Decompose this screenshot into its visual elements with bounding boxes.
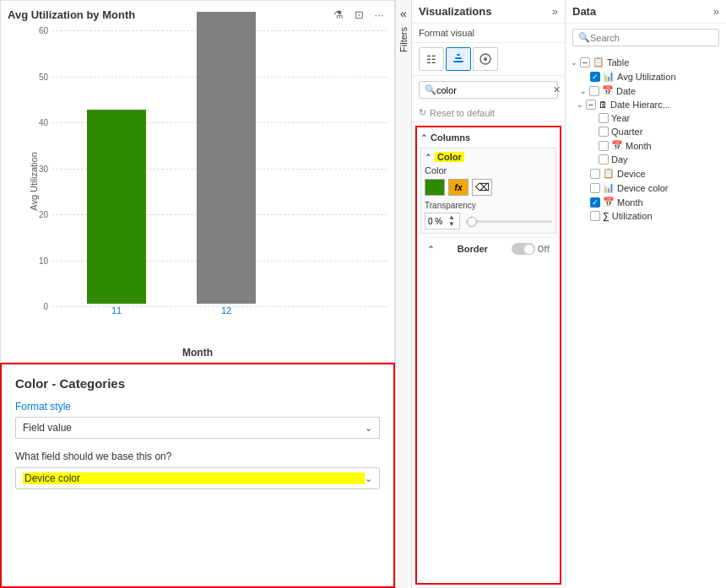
tree-label-device: Device [617,169,646,179]
border-label: Border [458,244,488,254]
toggle-thumb [524,245,534,254]
device-color-dropdown[interactable]: Device color ⌄ [15,467,380,489]
tree-checkbox-device[interactable] [590,169,600,179]
tree-label-table: Table [607,57,629,67]
format-style-dropdown[interactable]: Field value ⌄ [15,417,380,439]
columns-section: ⌃ Columns ⌃ Color Color fx ⌫ Trans [415,126,561,585]
data-expand-icon[interactable]: » [713,5,719,18]
tree-checkbox-month[interactable]: ✓ [590,197,600,208]
tree-label-date: Date [616,86,636,96]
tree-label-date-hierarchy: Date Hierarc... [610,100,670,110]
chart-title: Avg Utilization by Month [8,8,325,21]
svg-rect-2 [457,54,460,56]
color-subsection-label: Color [435,152,464,162]
border-section[interactable]: ⌃ Border Off [424,237,553,260]
tree-item-year[interactable]: Year [566,111,726,125]
color-categories-panel: Color - Categories Format style Field va… [0,363,395,588]
filters-panel: « Filters [395,0,412,588]
utilization-icon: ∑ [603,211,610,221]
toggle-track[interactable] [512,243,535,255]
data-title: Data [572,5,713,18]
tree-checkbox-table[interactable]: ‒ [580,57,590,67]
bar-gray[interactable] [197,12,256,304]
filters-label[interactable]: Filters [398,27,409,52]
clear-search-icon[interactable]: ✕ [553,84,561,95]
tree-item-date-hierarchy[interactable]: ⌄ ‒ 🗓 Date Hierarc... [566,98,726,111]
viz-analytics-icon-btn[interactable] [473,47,498,71]
color-subsection: ⌃ Color Color fx ⌫ Transparency [420,148,556,234]
more-icon[interactable]: ··· [371,6,387,23]
tree-item-month-hierarchy[interactable]: 📅 Month [566,138,726,153]
measure-icon: 📊 [603,71,615,82]
device-icon: 📋 [603,168,615,179]
tree-checkbox-year[interactable] [599,113,609,123]
tree-checkbox-date[interactable] [589,86,599,96]
color-swatch-row: fx ⌫ [425,179,552,196]
eraser-button[interactable]: ⌫ [472,179,492,196]
transparency-input[interactable] [428,217,448,226]
tree-checkbox-day[interactable] [599,154,609,165]
device-color-value: Device color [23,472,365,484]
tree-checkbox-device-color[interactable] [590,183,600,193]
viz-sub-header: Format visual [412,24,565,43]
tree-checkbox-avg-utilization[interactable]: ✓ [590,72,600,82]
viz-title: Visualizations [419,5,552,18]
transparency-slider[interactable] [465,220,552,223]
border-toggle-label: Off [538,245,550,254]
border-toggle[interactable]: Off [512,243,550,255]
viz-table-icon-btn[interactable]: ☷ [419,47,444,71]
svg-rect-1 [455,57,462,59]
columns-chevron-icon: ⌃ [420,133,427,143]
tree-checkbox-date-hierarchy[interactable]: ‒ [586,100,596,110]
tree-item-avg-utilization[interactable]: ✓ 📊 Avg Utilization [566,69,726,84]
viz-search-input[interactable] [436,85,553,95]
tree-checkbox-quarter[interactable] [599,127,609,137]
tree-item-device[interactable]: 📋 Device [566,166,726,181]
tree-chevron-table: ⌄ [571,58,577,67]
color-chevron-icon: ⌃ [425,153,431,162]
bar-green[interactable] [87,110,146,304]
tree-label-avg-utilization: Avg Utilization [617,72,676,82]
tree-label-quarter: Quarter [611,127,642,137]
tree-item-month[interactable]: ✓ 📅 Month [566,195,726,209]
bar-11[interactable]: 11 [87,110,146,316]
data-search-box: 🔍 [572,29,719,46]
format-style-label: Format style [15,401,380,413]
viz-format-icon-btn[interactable] [446,47,471,71]
tree-checkbox-utilization[interactable] [590,211,600,221]
data-tree: ⌄ ‒ 📋 Table ✓ 📊 Avg Utilization ⌄ [566,51,726,588]
field-based-label: What field should we base this on? [15,450,380,462]
transparency-label: Transparency [425,201,552,210]
tree-item-quarter[interactable]: Quarter [566,125,726,138]
data-header: Data » [566,0,726,24]
tree-item-device-color[interactable]: 📊 Device color [566,181,726,195]
bar-12[interactable]: 12 [197,12,256,316]
x-axis-label: Month [182,343,213,363]
reset-label: Reset to default [430,108,495,118]
filters-collapse-icon[interactable]: « [400,7,407,20]
tree-chevron-date-hierarchy: ⌄ [577,100,583,109]
reset-btn[interactable]: ↻ Reset to default [412,104,565,122]
tree-checkbox-month-hierarchy[interactable] [599,141,609,151]
transparency-down-icon[interactable]: ▼ [448,221,455,228]
tree-item-day[interactable]: Day [566,153,726,166]
columns-header[interactable]: ⌃ Columns [420,131,556,144]
tree-label-utilization: Utilization [612,211,653,221]
tree-item-date[interactable]: ⌄ 📅 Date [566,84,726,98]
filter-icon[interactable]: ⚗ [330,6,347,23]
tree-item-utilization[interactable]: ∑ Utilization [566,209,726,223]
month-hierarchy-icon: 📅 [611,140,623,151]
tree-label-year: Year [611,113,630,123]
format-style-chevron-icon: ⌄ [365,423,372,434]
color-swatch[interactable] [425,179,445,196]
focus-icon[interactable]: ⊡ [350,6,367,23]
tree-item-table[interactable]: ⌄ ‒ 📋 Table [566,55,726,69]
bottom-panel-title: Color - Categories [15,376,380,391]
data-search-input[interactable] [590,33,713,43]
device-color-icon: 📊 [603,182,615,193]
search-icon: 🔍 [425,84,436,95]
visualizations-panel: Visualizations » Format visual ☷ [412,0,566,588]
slider-thumb[interactable] [467,217,477,227]
fx-button[interactable]: fx [448,179,469,196]
viz-expand-icon[interactable]: » [552,5,558,18]
